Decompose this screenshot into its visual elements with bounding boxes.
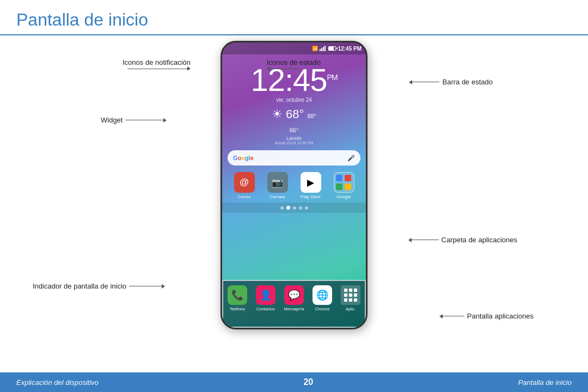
weather-city: Laredo bbox=[222, 136, 366, 141]
weather-updated: Actual 10/24 12:45 PM bbox=[222, 141, 366, 145]
apps-grid-label: Aplic. bbox=[346, 307, 356, 311]
battery-icon bbox=[328, 46, 336, 51]
google-search-bar[interactable]: Google 🎤 bbox=[228, 150, 360, 166]
camara-icon: 📷 bbox=[267, 172, 288, 193]
app-icon-playstore[interactable]: ▶ Play Store bbox=[297, 172, 324, 199]
contactos-label: Contactos bbox=[256, 307, 275, 311]
ann-estado-text: Iconos de estado bbox=[267, 58, 321, 66]
camara-label: Camara bbox=[270, 194, 285, 199]
page-header: Pantalla de inicio bbox=[0, 0, 588, 35]
playstore-label: Play Store bbox=[301, 194, 321, 199]
app-icon-google-folder[interactable]: Google bbox=[330, 172, 358, 199]
ann-indicador-text: Indicador de pantalla de inicio bbox=[33, 282, 126, 290]
chrome-icon: 🌐 bbox=[313, 285, 332, 305]
microphone-icon: 🎤 bbox=[347, 155, 355, 162]
signal-bars bbox=[320, 46, 326, 51]
footer-right: Pantalla de inicio bbox=[518, 378, 572, 387]
playstore-icon: ▶ bbox=[301, 172, 321, 193]
annotation-notificacion: Iconos de notificación bbox=[122, 58, 191, 71]
page-dot-5 bbox=[305, 206, 308, 210]
footer-left: Explicación del dispositivo bbox=[16, 378, 99, 387]
annotation-estado: Iconos de estado bbox=[267, 58, 321, 71]
ann-widget-text: Widget bbox=[101, 116, 122, 124]
chrome-label: Chrome bbox=[315, 307, 330, 311]
status-icons-left: 📶 bbox=[312, 46, 336, 51]
page-dot-4 bbox=[299, 206, 302, 210]
phone-wrapper: 📶 12:45 PM bbox=[220, 41, 367, 329]
footer: Explicación del dispositivo 20 Pantalla … bbox=[0, 372, 588, 392]
bottom-dock: 📞 Teléfono 👤 Contactos 💬 Mensajería bbox=[222, 280, 366, 328]
google-folder-icon bbox=[334, 172, 354, 193]
app-icon-correo[interactable]: @ Correo bbox=[231, 172, 258, 199]
app-icons-row: @ Correo 📷 Camara ▶ Play Store bbox=[222, 166, 366, 203]
mensajeria-label: Mensajería bbox=[284, 307, 304, 311]
dock-icon-chrome[interactable]: 🌐 Chrome bbox=[310, 285, 334, 311]
annotation-carpeta: Carpeta de aplicaciones bbox=[408, 236, 517, 244]
phone-device: 📶 12:45 PM bbox=[220, 41, 367, 329]
phone-screen: 📶 12:45 PM bbox=[222, 42, 366, 328]
dock-icon-mensajeria[interactable]: 💬 Mensajería bbox=[282, 285, 306, 311]
status-time: 12:45 PM bbox=[338, 46, 362, 52]
google-folder-label: Google bbox=[337, 194, 351, 199]
correo-label: Correo bbox=[237, 194, 250, 199]
main-content: 📶 12:45 PM bbox=[0, 35, 588, 373]
dock-icon-apps[interactable]: Aplic. bbox=[339, 285, 363, 311]
telefono-label: Teléfono bbox=[230, 307, 245, 311]
app-icon-camara[interactable]: 📷 Camara bbox=[264, 172, 291, 199]
footer-page-number: 20 bbox=[303, 377, 313, 387]
weather-widget: ☀ 68° 88°66° Laredo Actual 10/24 12:45 P… bbox=[222, 107, 366, 145]
ann-barra-estado-text: Barra de estado bbox=[442, 78, 493, 86]
dock-icon-telefono[interactable]: 📞 Teléfono bbox=[225, 285, 249, 311]
wifi-icon: 📶 bbox=[312, 46, 318, 51]
status-bar: 📶 12:45 PM bbox=[222, 42, 366, 54]
telefono-icon: 📞 bbox=[228, 285, 247, 305]
page-title: Pantalla de inicio bbox=[16, 10, 572, 30]
page-dot-3 bbox=[293, 206, 296, 210]
page-indicator bbox=[222, 203, 366, 213]
page-dot-2 bbox=[286, 206, 290, 210]
page-dot-1 bbox=[280, 206, 284, 210]
annotation-pantalla-apps: Pantalla aplicaciones bbox=[439, 312, 534, 320]
dock-icon-contactos[interactable]: 👤 Contactos bbox=[254, 285, 278, 311]
time-date: vie, octubre 24 bbox=[222, 97, 366, 103]
apps-grid-icon bbox=[341, 285, 360, 305]
annotation-widget: Widget bbox=[101, 116, 167, 124]
mensajeria-icon: 💬 bbox=[284, 285, 304, 305]
correo-icon: @ bbox=[234, 172, 255, 193]
ann-notificacion-text: Iconos de notificación bbox=[122, 58, 191, 66]
ann-pantalla-apps-text: Pantalla aplicaciones bbox=[467, 312, 534, 320]
contactos-icon: 👤 bbox=[256, 285, 275, 305]
google-text: Google bbox=[233, 155, 254, 161]
annotation-indicador: Indicador de pantalla de inicio bbox=[33, 282, 165, 290]
ann-carpeta-text: Carpeta de aplicaciones bbox=[442, 236, 517, 244]
weather-temp: ☀ 68° 88°66° bbox=[222, 107, 366, 136]
annotation-barra-estado: Barra de estado bbox=[409, 78, 493, 86]
